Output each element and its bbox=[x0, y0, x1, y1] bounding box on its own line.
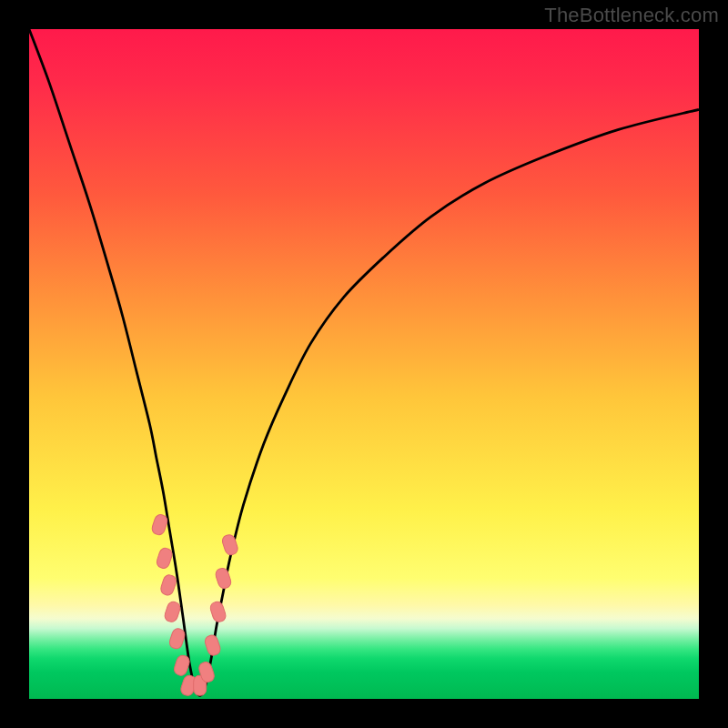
bead-marker bbox=[156, 547, 174, 570]
bead-marker bbox=[159, 573, 177, 596]
bead-marker bbox=[150, 513, 168, 536]
bead-marker bbox=[163, 601, 181, 623]
highlight-beads bbox=[150, 513, 238, 697]
bead-marker bbox=[221, 533, 239, 556]
bead-marker bbox=[209, 601, 228, 623]
chart-frame: TheBottleneck.com bbox=[0, 0, 728, 728]
bottleneck-curve bbox=[29, 29, 699, 695]
bead-marker bbox=[204, 633, 222, 656]
curve-layer bbox=[29, 29, 699, 699]
bead-marker bbox=[214, 567, 232, 590]
watermark-text: TheBottleneck.com bbox=[544, 4, 719, 27]
plot-area bbox=[29, 29, 699, 699]
bead-marker bbox=[168, 627, 187, 650]
bead-marker bbox=[173, 654, 191, 677]
